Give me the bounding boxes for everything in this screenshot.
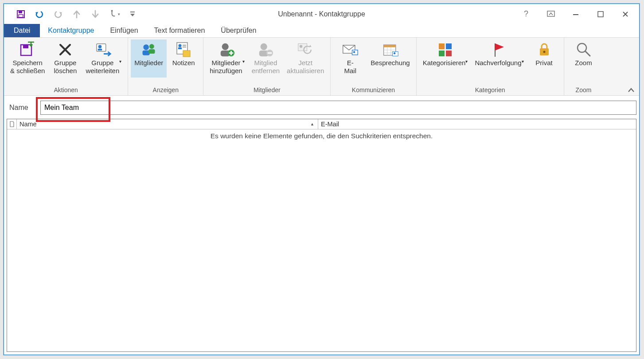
add-member-icon — [219, 41, 235, 58]
svg-rect-36 — [383, 45, 395, 47]
notes-icon — [175, 41, 192, 58]
svg-point-11 — [98, 45, 101, 49]
svg-rect-7 — [598, 12, 603, 17]
svg-point-23 — [222, 43, 229, 50]
tab-file[interactable]: Datei — [4, 24, 40, 37]
remove-member-icon — [257, 41, 274, 58]
maximize-icon[interactable] — [589, 8, 612, 21]
flag-icon — [491, 41, 507, 58]
list-name-column[interactable]: Name ▲ — [17, 119, 318, 129]
tab-format-text[interactable]: Text formatieren — [146, 24, 213, 37]
title-bar: ▾ Unbenannt - Kontaktgruppe ? — [4, 4, 639, 24]
collapse-ribbon-icon[interactable] — [628, 87, 635, 94]
update-now-icon — [297, 41, 314, 58]
svg-point-48 — [543, 51, 545, 53]
group-title-members: Mitglieder — [254, 86, 281, 94]
group-title-categories: Kategorien — [475, 86, 505, 94]
svg-rect-4 — [130, 12, 135, 12]
sort-ascending-icon: ▲ — [310, 122, 314, 126]
empty-list-message: Es wurden keine Elemente gefunden, die d… — [7, 129, 636, 143]
quick-access-toolbar: ▾ — [4, 8, 139, 20]
add-members-button[interactable]: Mitglieder hinzufügen ▾ — [206, 39, 248, 78]
name-label: Name — [7, 104, 40, 112]
ribbon-tabs: Datei Kontaktgruppe Einfügen Text format… — [4, 24, 639, 37]
ribbon-group-zoom: Zoom Zoom — [564, 38, 603, 95]
list-email-column[interactable]: E-Mail — [318, 119, 636, 129]
svg-rect-16 — [148, 49, 155, 54]
touch-mode-icon[interactable]: ▾ — [108, 8, 120, 20]
svg-rect-45 — [439, 51, 445, 56]
minimize-icon[interactable] — [565, 8, 587, 21]
update-now-button: Jetzt aktualisieren — [283, 39, 328, 78]
svg-rect-41 — [392, 52, 398, 56]
tab-contact-group[interactable]: Kontaktgruppe — [40, 24, 102, 37]
meeting-button[interactable]: Besprechung — [367, 39, 413, 78]
help-icon[interactable]: ? — [515, 8, 537, 21]
zoom-button[interactable]: Zoom — [567, 39, 601, 78]
notes-button[interactable]: Notizen — [167, 39, 200, 78]
svg-rect-21 — [183, 47, 186, 47]
body-area: Name Name ▲ E-Mail Es wurden keine Eleme… — [4, 96, 639, 355]
group-title-actions: Aktionen — [54, 86, 78, 94]
svg-rect-12 — [98, 49, 102, 51]
tab-insert[interactable]: Einfügen — [102, 24, 146, 37]
delete-icon — [57, 41, 74, 58]
svg-rect-1 — [19, 11, 22, 13]
save-and-close-button[interactable]: Speichern & schließen — [7, 39, 48, 78]
svg-rect-6 — [573, 14, 578, 15]
group-name-input[interactable] — [40, 101, 636, 115]
svg-rect-44 — [446, 43, 452, 49]
categorize-button[interactable]: Kategorisieren▾ — [419, 39, 472, 78]
undo-icon[interactable] — [33, 8, 46, 20]
delete-group-button[interactable]: Gruppe löschen — [48, 39, 82, 78]
ribbon-group-actions: Speichern & schließen Gruppe löschen Gru… — [4, 38, 128, 95]
previous-item-icon[interactable] — [70, 8, 83, 20]
categorize-icon — [437, 41, 454, 58]
lock-icon — [536, 41, 553, 58]
svg-point-31 — [300, 45, 302, 48]
svg-point-13 — [143, 44, 149, 50]
svg-rect-9 — [23, 45, 28, 48]
svg-rect-43 — [439, 43, 445, 49]
tab-review[interactable]: Überprüfen — [213, 24, 264, 37]
ribbon-group-categories: Kategorisieren▾ Nachverfolgung▾ Privat K… — [417, 38, 564, 95]
members-view-button[interactable]: Mitglieder — [131, 39, 167, 78]
meeting-icon — [382, 41, 399, 58]
svg-rect-19 — [178, 47, 182, 49]
svg-point-34 — [353, 51, 355, 53]
private-button[interactable]: Privat — [527, 39, 561, 78]
list-header: Name ▲ E-Mail — [7, 119, 636, 129]
svg-point-42 — [393, 52, 395, 55]
svg-rect-46 — [446, 51, 452, 56]
save-icon[interactable] — [15, 8, 27, 20]
customize-qat-icon[interactable] — [126, 8, 139, 20]
ribbon-display-options-icon[interactable] — [540, 8, 562, 21]
remove-member-button: Mitglied entfernen — [248, 39, 283, 78]
svg-rect-29 — [268, 52, 272, 54]
close-icon[interactable] — [614, 8, 636, 21]
svg-point-15 — [149, 44, 154, 49]
zoom-icon — [575, 41, 592, 58]
forward-group-button[interactable]: Gruppe weiterleiten ▾ — [82, 39, 125, 78]
redo-icon[interactable] — [52, 8, 64, 20]
ribbon: Speichern & schließen Gruppe löschen Gru… — [4, 37, 639, 96]
email-button[interactable]: E- Mail — [333, 39, 367, 78]
svg-rect-5 — [547, 11, 554, 16]
next-item-icon[interactable] — [89, 8, 101, 20]
window-controls: ? — [515, 8, 639, 21]
list-icon-column[interactable] — [7, 119, 17, 129]
svg-rect-2 — [19, 15, 23, 17]
ribbon-group-members: Mitglieder hinzufügen ▾ Mitglied entfern… — [203, 38, 331, 95]
contact-group-window: ▾ Unbenannt - Kontaktgruppe ? Datei — [4, 4, 640, 355]
members-list[interactable]: Name ▲ E-Mail Es wurden keine Elemente g… — [7, 119, 636, 352]
save-close-icon — [19, 41, 36, 58]
group-title-zoom: Zoom — [576, 86, 592, 94]
name-row: Name — [7, 98, 636, 118]
svg-rect-22 — [183, 51, 190, 57]
ribbon-group-communicate: E- Mail Besprechung Kommunizieren — [331, 38, 416, 95]
group-title-communicate: Kommunizieren — [352, 86, 395, 94]
ribbon-group-show: Mitglieder Notizen Anzeigen — [128, 38, 203, 95]
follow-up-button[interactable]: Nachverfolgung▾ — [471, 39, 527, 78]
svg-rect-20 — [183, 45, 186, 46]
members-icon — [141, 41, 157, 58]
